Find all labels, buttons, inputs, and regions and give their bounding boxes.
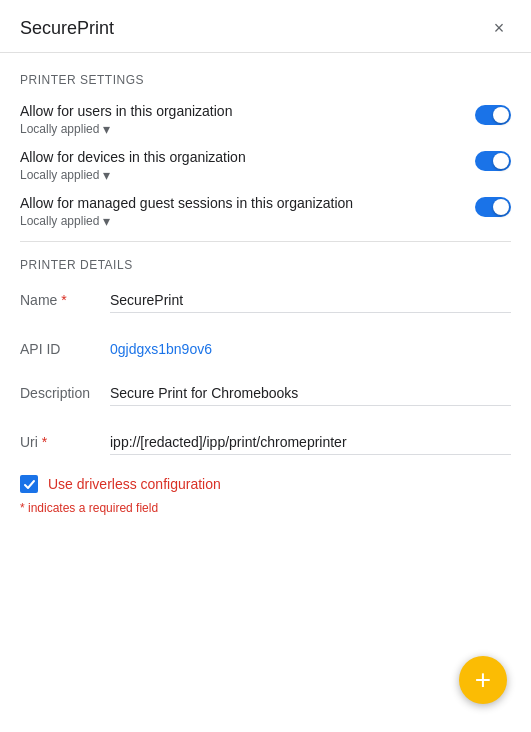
apiid-value-container: 0gjdgxs1bn9ov6 [110, 333, 511, 357]
toggle-users[interactable] [475, 105, 511, 128]
chevron-down-icon: ▾ [103, 167, 110, 183]
name-label: Name [20, 284, 110, 308]
setting-row-devices: Allow for devices in this organization L… [20, 145, 511, 187]
chevron-down-icon: ▾ [103, 121, 110, 137]
required-note: * indicates a required field [20, 501, 511, 515]
close-button[interactable]: × [487, 16, 511, 40]
setting-info-users: Allow for users in this organization Loc… [20, 103, 459, 137]
setting-name-guests: Allow for managed guest sessions in this… [20, 195, 459, 211]
uri-value-container [110, 426, 511, 455]
uri-field-row: Uri [20, 426, 511, 455]
chevron-down-icon: ▾ [103, 213, 110, 229]
setting-sub-devices[interactable]: Locally applied ▾ [20, 167, 459, 183]
setting-row-guests: Allow for managed guest sessions in this… [20, 191, 511, 233]
apiid-label: API ID [20, 333, 110, 357]
section-divider [20, 241, 511, 242]
dialog-title: SecurePrint [20, 18, 114, 39]
description-field-row: Description [20, 377, 511, 406]
printer-settings-section: Printer Settings Allow for users in this… [20, 73, 511, 233]
add-fab-button[interactable]: + [459, 656, 507, 704]
name-input[interactable] [110, 284, 511, 313]
setting-sub-guests[interactable]: Locally applied ▾ [20, 213, 459, 229]
driverless-label: Use driverless configuration [48, 476, 221, 492]
setting-name-devices: Allow for devices in this organization [20, 149, 459, 165]
setting-info-devices: Allow for devices in this organization L… [20, 149, 459, 183]
printer-details-section: Printer Details Name API ID 0gjdgxs1bn9o… [20, 258, 511, 455]
setting-sub-users[interactable]: Locally applied ▾ [20, 121, 459, 137]
dialog-body: Printer Settings Allow for users in this… [0, 53, 531, 732]
description-input[interactable] [110, 377, 511, 406]
printer-settings-label: Printer Settings [20, 73, 511, 87]
apiid-field-row: API ID 0gjdgxs1bn9ov6 [20, 333, 511, 357]
description-value-container [110, 377, 511, 406]
name-value-container [110, 284, 511, 313]
dialog: SecurePrint × Printer Settings Allow for… [0, 0, 531, 732]
dialog-header: SecurePrint × [0, 0, 531, 53]
uri-input[interactable] [110, 426, 511, 455]
toggle-guests[interactable] [475, 197, 511, 220]
setting-info-guests: Allow for managed guest sessions in this… [20, 195, 459, 229]
toggle-devices[interactable] [475, 151, 511, 174]
description-label: Description [20, 377, 110, 401]
apiid-value: 0gjdgxs1bn9ov6 [110, 333, 511, 357]
uri-label: Uri [20, 426, 110, 450]
driverless-checkbox[interactable] [20, 475, 38, 493]
setting-row-users: Allow for users in this organization Loc… [20, 99, 511, 141]
name-field-row: Name [20, 284, 511, 313]
printer-details-label: Printer Details [20, 258, 511, 272]
driverless-row[interactable]: Use driverless configuration [20, 475, 511, 493]
setting-name-users: Allow for users in this organization [20, 103, 459, 119]
